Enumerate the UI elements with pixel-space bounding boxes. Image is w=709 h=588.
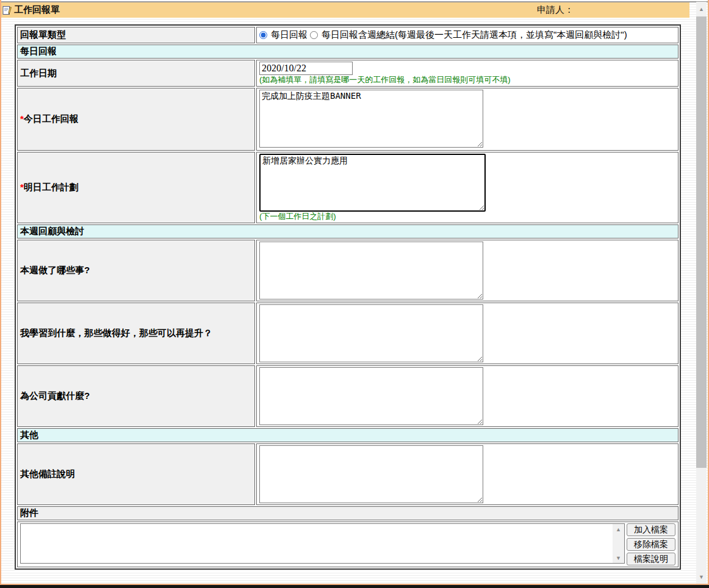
- radio-daily-report-label[interactable]: 每日回報: [271, 29, 308, 41]
- attachment-section-row: 附件: [17, 506, 678, 520]
- tomorrow-plan-textarea[interactable]: 新增居家辦公實力應用: [259, 154, 486, 212]
- attachment-list-scrollbar[interactable]: ▲ ▼: [613, 524, 624, 563]
- work-date-label: 工作日期: [17, 60, 255, 87]
- other-remark-row: 其他備註說明: [17, 443, 678, 505]
- file-description-button[interactable]: 檔案說明: [627, 553, 675, 565]
- remove-file-button[interactable]: 移除檔案: [627, 538, 675, 551]
- document-edit-icon: [2, 5, 12, 15]
- attachment-cell: ▲ ▼ 加入檔案 移除檔案 檔案說明: [17, 522, 678, 567]
- work-date-note: (如為補填單，請填寫是哪一天的工作回報，如為當日回報則可填可不填): [259, 75, 675, 85]
- report-type-options: 每日回報 每日回報含週總結(每週最後一天工作天請選本項，並填寫"本週回顧與檢討"…: [256, 27, 678, 43]
- week-contribute-textarea[interactable]: [259, 367, 483, 425]
- add-file-button[interactable]: 加入檔案: [627, 523, 675, 536]
- radio-weekly-summary-label[interactable]: 每日回報含週總結(每週最後一天工作天請選本項，並填寫"本週回顧與檢討"): [322, 29, 627, 41]
- week-section-header: 本週回顧與檢討: [17, 224, 678, 238]
- other-section-header: 其他: [17, 428, 678, 442]
- scroll-up-icon[interactable]: ▲: [613, 524, 624, 534]
- attachment-row: ▲ ▼ 加入檔案 移除檔案 檔案說明: [17, 522, 678, 567]
- window-frame-bottom-bar: [0, 585, 709, 588]
- week-learn-row: 我學習到什麼，那些做得好，那些可以再提升？: [17, 303, 678, 364]
- week-done-cell: [256, 240, 678, 301]
- daily-section-header: 每日回報: [17, 45, 678, 59]
- today-report-textarea[interactable]: 完成加上防疫主題BANNER: [259, 90, 483, 148]
- today-report-row: *今日工作回報 完成加上防疫主題BANNER: [17, 88, 678, 151]
- week-learn-label: 我學習到什麼，那些做得好，那些可以再提升？: [17, 303, 255, 364]
- week-contribute-label: 為公司貢獻什麼?: [17, 365, 255, 427]
- scroll-down-icon[interactable]: ▼: [613, 553, 624, 563]
- work-report-table: 回報單類型 每日回報 每日回報含週總結(每週最後一天工作天請選本項，並填寫"本週…: [15, 24, 681, 570]
- work-date-input[interactable]: [259, 62, 353, 75]
- radio-weekly-summary[interactable]: [310, 31, 318, 39]
- scrollbar-up-icon[interactable]: ▲: [696, 4, 707, 14]
- report-type-row: 回報單類型 每日回報 每日回報含週總結(每週最後一天工作天請選本項，並填寫"本週…: [17, 27, 678, 43]
- other-remark-cell: [256, 443, 678, 505]
- today-report-label-cell: *今日工作回報: [17, 88, 255, 151]
- week-done-row: 本週做了哪些事?: [17, 240, 678, 301]
- work-date-cell: (如為補填單，請填寫是哪一天的工作回報，如為當日回報則可填可不填): [256, 60, 678, 87]
- tomorrow-plan-label: 明日工作計劃: [24, 182, 79, 192]
- tomorrow-plan-note: (下一個工作日之計劃): [259, 212, 675, 221]
- today-report-label: 今日工作回報: [24, 113, 79, 124]
- work-date-row: 工作日期 (如為補填單，請填寫是哪一天的工作回報，如為當日回報則可填可不填): [17, 60, 678, 87]
- week-learn-cell: [256, 303, 678, 364]
- week-learn-textarea[interactable]: [259, 304, 483, 362]
- page-title: 工作回報單: [14, 4, 60, 16]
- report-type-label: 回報單類型: [17, 27, 255, 43]
- tomorrow-plan-label-cell: *明日工作計劃: [17, 152, 255, 223]
- week-done-label: 本週做了哪些事?: [17, 240, 255, 301]
- week-contribute-cell: [256, 365, 678, 427]
- week-contribute-row: 為公司貢獻什麼?: [17, 365, 678, 427]
- attachment-section-header: 附件: [17, 506, 678, 520]
- week-section-row: 本週回顧與檢討: [17, 224, 678, 238]
- scrollbar-down-icon[interactable]: ▼: [696, 572, 707, 582]
- today-report-cell: 完成加上防疫主題BANNER: [256, 88, 678, 151]
- other-remark-textarea[interactable]: [259, 445, 483, 503]
- other-section-row: 其他: [17, 428, 678, 442]
- window-frame-left: [0, 0, 1, 588]
- page-scrollbar[interactable]: ▲ ▼: [696, 2, 707, 584]
- applicant-label: 申請人：: [537, 4, 574, 16]
- form-titlebar: 工作回報單 申請人：: [0, 2, 689, 18]
- radio-daily-report[interactable]: [259, 31, 267, 39]
- other-remark-label: 其他備註說明: [17, 443, 255, 505]
- tomorrow-plan-row: *明日工作計劃 新增居家辦公實力應用 (下一個工作日之計劃): [17, 152, 678, 223]
- tomorrow-plan-cell: 新增居家辦公實力應用 (下一個工作日之計劃): [256, 152, 678, 223]
- week-done-textarea[interactable]: [259, 242, 483, 299]
- form-content: 回報單類型 每日回報 每日回報含週總結(每週最後一天工作天請選本項，並填寫"本週…: [0, 18, 709, 570]
- scrollbar-thumb[interactable]: [696, 16, 707, 468]
- attachment-listbox[interactable]: ▲ ▼: [20, 523, 625, 564]
- daily-section-row: 每日回報: [17, 45, 678, 59]
